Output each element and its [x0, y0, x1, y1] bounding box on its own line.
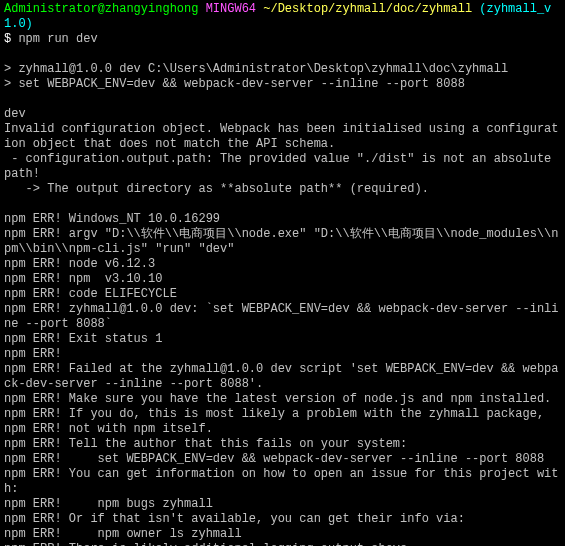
output-line: npm ERR! If you do, this is most likely …	[4, 407, 544, 421]
output-line: npm ERR! Windows_NT 10.0.16299	[4, 212, 220, 226]
prompt-cwd: ~/Desktop/zyhmall/doc/zyhmall	[263, 2, 472, 16]
prompt-user: Administrator@zhangyinghong	[4, 2, 198, 16]
output-line: npm ERR! Exit status 1	[4, 332, 162, 346]
output-line: Invalid configuration object. Webpack ha…	[4, 122, 559, 151]
output-line: npm ERR! npm bugs zyhmall	[4, 497, 213, 511]
terminal-output[interactable]: Administrator@zhangyinghong MINGW64 ~/De…	[0, 0, 565, 546]
output-line: npm ERR! There is likely additional logg…	[4, 542, 414, 546]
output-line: dev	[4, 107, 26, 121]
output-line: > set WEBPACK_ENV=dev && webpack-dev-ser…	[4, 77, 465, 91]
prompt-shell: MINGW64	[206, 2, 256, 16]
output-line: - configuration.output.path: The provide…	[4, 152, 559, 181]
output-line: npm ERR! zyhmall@1.0.0 dev: `set WEBPACK…	[4, 302, 559, 331]
output-line: npm ERR! node v6.12.3	[4, 257, 155, 271]
output-line: -> The output directory as **absolute pa…	[4, 182, 429, 196]
command-text: npm run dev	[18, 32, 97, 46]
output-line: npm ERR! npm v3.10.10	[4, 272, 162, 286]
output-line: npm ERR! Failed at the zyhmall@1.0.0 dev…	[4, 362, 559, 391]
output-line: npm ERR! You can get information on how …	[4, 467, 559, 496]
output-line: npm ERR! Tell the author that this fails…	[4, 437, 407, 451]
output-line: > zyhmall@1.0.0 dev C:\Users\Administrat…	[4, 62, 508, 76]
prompt-dollar: $	[4, 32, 11, 46]
output-line: npm ERR! Or if that isn't available, you…	[4, 512, 465, 526]
output-line: npm ERR!	[4, 347, 62, 361]
output-line: npm ERR! npm owner ls zyhmall	[4, 527, 242, 541]
output-line: npm ERR! Make sure you have the latest v…	[4, 392, 551, 406]
output-line: npm ERR! not with npm itself.	[4, 422, 213, 436]
output-line: npm ERR! code ELIFECYCLE	[4, 287, 177, 301]
output-line: npm ERR! argv "D:\\软件\\电商项目\\node.exe" "…	[4, 227, 558, 256]
output-line: npm ERR! set WEBPACK_ENV=dev && webpack-…	[4, 452, 544, 466]
